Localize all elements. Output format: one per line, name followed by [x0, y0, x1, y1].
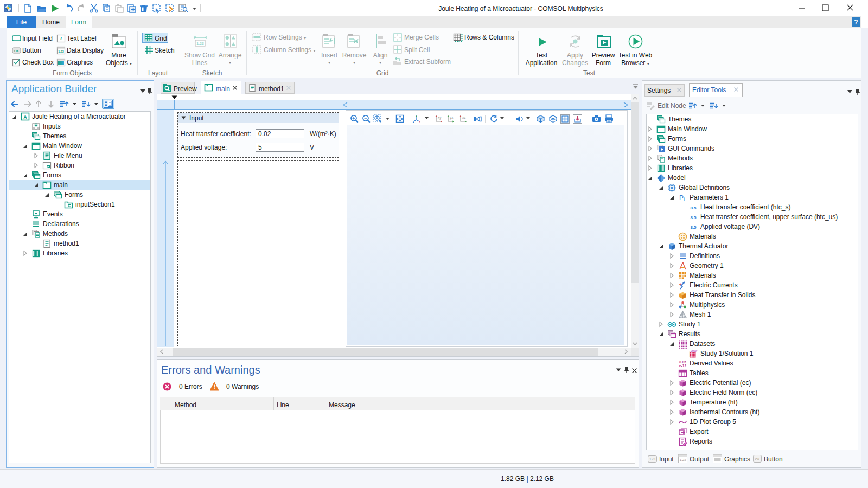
svg-text:8.85: 8.85	[679, 360, 686, 364]
svg-text:yz: yz	[450, 115, 454, 120]
svg-text:OK: OK	[755, 458, 760, 461]
svg-text:1.23: 1.23	[58, 50, 64, 53]
svg-text:123: 123	[649, 457, 655, 461]
svg-text:e-12: e-12	[679, 364, 686, 368]
svg-text:1.23: 1.23	[196, 42, 204, 46]
svg-text:xy: xy	[438, 115, 442, 120]
svg-text:i: i	[684, 197, 685, 202]
svg-text:-: -	[684, 285, 686, 290]
svg-text:xz: xz	[462, 115, 466, 119]
svg-text:A: A	[23, 114, 27, 120]
svg-text:P: P	[679, 194, 684, 202]
svg-text:+: +	[679, 282, 681, 286]
svg-text:8.5: 8.5	[690, 225, 697, 230]
svg-text:OK: OK	[14, 49, 20, 53]
svg-text:8.5: 8.5	[690, 206, 697, 210]
svg-text:1.23: 1.23	[680, 458, 686, 461]
svg-text:8.5: 8.5	[690, 215, 697, 220]
